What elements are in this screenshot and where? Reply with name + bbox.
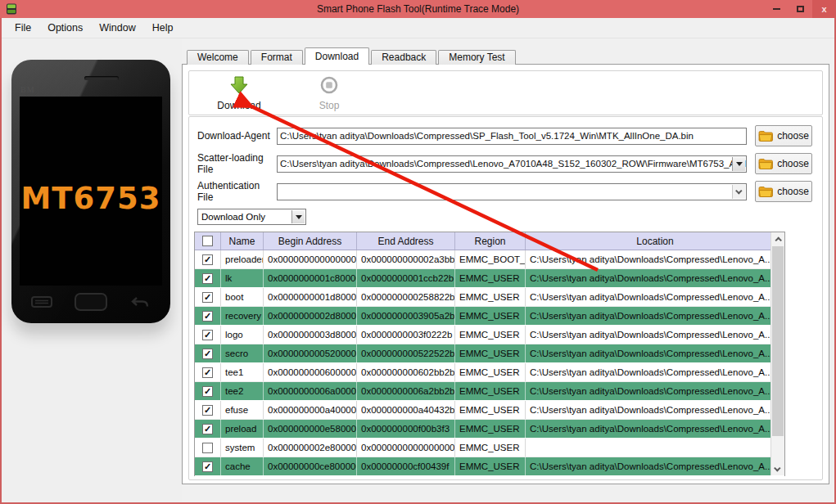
row-checkbox-logo[interactable]: ✓ <box>202 330 213 340</box>
checkbox-cell: ✓ <box>195 288 221 306</box>
stop-button-label: Stop <box>319 100 340 111</box>
download-agent-choose-button[interactable]: choose <box>755 125 812 146</box>
menu-help[interactable]: Help <box>144 20 182 36</box>
row-checkbox-efuse[interactable]: ✓ <box>202 405 213 416</box>
partition-row-boot[interactable]: ✓boot0x0000000001d800000x000000000258822… <box>195 288 784 307</box>
close-button[interactable]: x <box>812 0 836 18</box>
cell-end-tee1: 0x000000000602bb2b <box>357 363 455 381</box>
minimize-icon <box>773 8 780 10</box>
choose-button-label: choose <box>777 158 809 169</box>
col-header-begin-address[interactable]: Begin Address <box>264 232 357 250</box>
menu-options[interactable]: Options <box>39 20 91 36</box>
choose-button-label: choose <box>777 130 809 142</box>
minimize-button[interactable] <box>765 0 789 18</box>
download-agent-input[interactable]: C:\Users\tyan aditya\Downloads\Compresse… <box>277 128 747 145</box>
row-checkbox-preloader[interactable]: ✓ <box>202 254 213 265</box>
cell-begin-logo: 0x0000000003d80000 <box>264 326 357 344</box>
partition-row-tee1[interactable]: ✓tee10x00000000060000000x000000000602bb2… <box>195 363 784 382</box>
tab-welcome[interactable]: Welcome <box>187 50 249 65</box>
scatter-dropdown-arrow-icon[interactable] <box>732 157 745 171</box>
chevron-down-icon <box>774 465 780 471</box>
cell-region-logo: EMMC_USER <box>455 326 526 344</box>
scatter-file-combobox[interactable]: C:\Users\tyan aditya\Downloads\Compresse… <box>277 155 747 173</box>
scroll-down-button[interactable] <box>771 461 784 475</box>
partition-row-recovery[interactable]: ✓recovery0x0000000002d800000x00000000039… <box>195 307 784 326</box>
cell-name-preload: preload <box>221 420 264 438</box>
cell-begin-tee2: 0x0000000006a00000 <box>264 382 357 400</box>
partition-row-secro[interactable]: ✓secro0x00000000052000000x00000000052252… <box>195 344 784 363</box>
col-header-name[interactable]: Name <box>221 232 264 250</box>
partition-row-system[interactable]: system0x000000002e8000000x00000000000000… <box>195 439 784 457</box>
cell-end-boot: 0x000000000258822b <box>357 288 455 306</box>
cell-name-system: system <box>221 439 264 457</box>
row-checkbox-cache[interactable]: ✓ <box>202 461 213 472</box>
checkbox-cell: ✓ <box>195 457 221 475</box>
row-checkbox-boot[interactable]: ✓ <box>202 292 213 303</box>
app-window: Smart Phone Flash Tool(Runtime Trace Mod… <box>0 0 836 504</box>
col-header-end-address[interactable]: End Address <box>357 232 455 250</box>
partition-table-body: ✓preloader0x00000000000000000x0000000000… <box>195 250 784 476</box>
select-all-checkbox[interactable] <box>202 236 213 246</box>
action-toolbar: Download Stop <box>188 70 823 115</box>
cell-region-efuse: EMMC_USER <box>455 401 526 419</box>
stop-button[interactable]: Stop <box>294 75 364 111</box>
menu-window[interactable]: Window <box>91 20 143 36</box>
chipset-label: MT6753 <box>20 181 160 216</box>
cell-begin-preload: 0x000000000e580000 <box>264 420 357 438</box>
close-icon: x <box>821 4 826 14</box>
download-button-label: Download <box>217 100 260 111</box>
cell-region-cache: EMMC_USER <box>455 457 526 475</box>
tab-memory-test[interactable]: Memory Test <box>438 50 515 65</box>
mode-dropdown-arrow-icon[interactable] <box>291 210 305 223</box>
auth-file-label: Authentication File <box>197 180 277 203</box>
cell-begin-recovery: 0x0000000002d80000 <box>264 307 357 325</box>
scrollbar-thumb[interactable] <box>772 246 784 436</box>
partition-row-preload[interactable]: ✓preload0x000000000e5800000x000000000f00… <box>195 420 784 439</box>
checkbox-cell: ✓ <box>195 344 221 362</box>
checkbox-cell: ✓ <box>195 382 221 400</box>
row-checkbox-tee1[interactable]: ✓ <box>202 367 213 378</box>
row-checkbox-preload[interactable]: ✓ <box>202 424 213 434</box>
cell-end-preloader: 0x000000000002a3bb <box>357 250 455 268</box>
folder-icon <box>758 158 773 169</box>
phone-speaker <box>84 76 119 80</box>
row-checkbox-recovery[interactable]: ✓ <box>202 311 213 322</box>
download-mode-select[interactable]: Download Only <box>197 209 306 225</box>
row-checkbox-secro[interactable]: ✓ <box>202 349 213 359</box>
tab-readback[interactable]: Readback <box>371 50 436 65</box>
col-header-region[interactable]: Region <box>455 232 526 250</box>
title-bar: Smart Phone Flash Tool(Runtime Trace Mod… <box>0 0 836 18</box>
auth-dropdown-arrow-icon[interactable] <box>732 185 745 199</box>
auth-file-combobox[interactable] <box>277 183 747 200</box>
partition-row-preloader[interactable]: ✓preloader0x00000000000000000x0000000000… <box>195 250 784 269</box>
partition-row-lk[interactable]: ✓lk0x0000000001c800000x0000000001ccb22bE… <box>195 269 784 288</box>
partition-row-cache[interactable]: ✓cache0x00000000ce8000000x00000000cf0043… <box>195 457 784 476</box>
cell-begin-system: 0x000000002e800000 <box>264 439 357 457</box>
partition-row-logo[interactable]: ✓logo0x0000000003d800000x0000000003f0222… <box>195 326 784 344</box>
cell-loc-boot: C:\Users\tyan aditya\Downloads\Compresse… <box>526 288 784 306</box>
table-scrollbar[interactable] <box>770 232 784 475</box>
cell-end-lk: 0x0000000001ccb22b <box>357 269 455 287</box>
tab-download[interactable]: Download <box>305 47 369 65</box>
row-checkbox-tee2[interactable]: ✓ <box>202 386 213 397</box>
cell-region-tee1: EMMC_USER <box>455 363 526 381</box>
row-checkbox-lk[interactable]: ✓ <box>202 273 213 284</box>
cell-loc-tee1: C:\Users\tyan aditya\Downloads\Compresse… <box>526 363 784 381</box>
auth-file-choose-button[interactable]: choose <box>755 181 812 202</box>
row-checkbox-system[interactable] <box>202 443 213 453</box>
phone-preview-panel: BM MT6753 <box>2 38 182 502</box>
cell-begin-efuse: 0x000000000a400000 <box>264 401 357 419</box>
cell-name-logo: logo <box>221 326 264 344</box>
partition-row-tee2[interactable]: ✓tee20x0000000006a000000x0000000006a2bb2… <box>195 382 784 401</box>
partition-row-efuse[interactable]: ✓efuse0x000000000a4000000x000000000a4043… <box>195 401 784 420</box>
checkbox-cell: ✓ <box>195 307 221 325</box>
maximize-button[interactable] <box>789 0 812 18</box>
menu-file[interactable]: File <box>7 20 39 36</box>
col-header-location[interactable]: Location <box>526 232 784 250</box>
scatter-file-choose-button[interactable]: choose <box>755 153 812 174</box>
scatter-file-label: Scatter-loading File <box>197 152 277 175</box>
scroll-up-button[interactable] <box>771 232 784 246</box>
cell-region-preloader: EMMC_BOOT_1 <box>455 250 526 268</box>
download-button[interactable]: Download <box>204 75 274 111</box>
tab-format[interactable]: Format <box>251 50 303 65</box>
